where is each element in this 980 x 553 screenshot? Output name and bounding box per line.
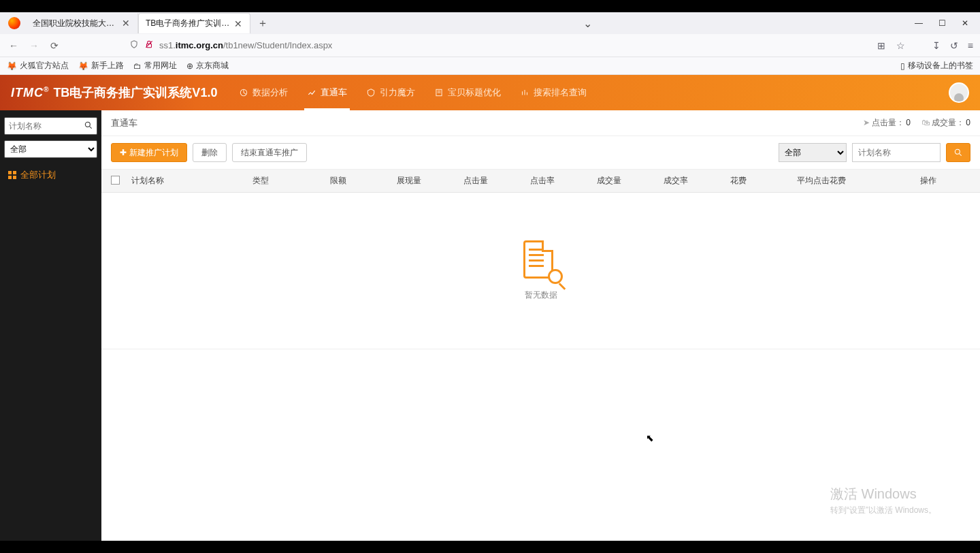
- bookmark-common[interactable]: 🗀常用网址: [133, 60, 177, 72]
- close-window-icon[interactable]: ✕: [961, 18, 969, 28]
- bookmark-jd[interactable]: ⊕京东商城: [186, 60, 229, 72]
- nav-ztc[interactable]: 直通车: [297, 75, 357, 110]
- folder-icon: 🗀: [133, 61, 142, 71]
- chevron-down-icon[interactable]: ⌄: [583, 17, 592, 30]
- empty-text: 暂无数据: [525, 289, 557, 301]
- sidebar: 全部 全部计划: [0, 110, 101, 541]
- close-icon[interactable]: ✕: [233, 19, 243, 29]
- svg-point-4: [85, 122, 90, 127]
- toolbar-search-button[interactable]: [946, 143, 970, 162]
- tab-title: 全国职业院校技能大赛中职组电子商: [33, 18, 118, 29]
- tab-title: TB电子商务推广实训系统V1.0: [146, 18, 231, 29]
- menu-icon[interactable]: ≡: [968, 40, 973, 51]
- bookmarks-bar: 🦊火狐官方站点 🦊新手上路 🗀常用网址 ⊕京东商城 ▯移动设备上的书签: [0, 57, 980, 75]
- star-icon[interactable]: ☆: [896, 40, 905, 51]
- svg-line-7: [960, 154, 962, 156]
- cursor-icon: ➤: [863, 118, 870, 127]
- maximize-icon[interactable]: ☐: [938, 18, 946, 28]
- toolbar-right: 全部: [779, 143, 970, 162]
- app-title: TB电子商务推广实训系统V1.0: [53, 84, 217, 101]
- folder-icon: 🦊: [7, 61, 17, 71]
- url-bar[interactable]: ss1.itmc.org.cn/tb1new/Student/Index.asp…: [129, 40, 332, 51]
- tab-2[interactable]: TB电子商务推广实训系统V1.0 ✕: [138, 13, 250, 33]
- device-icon: ▯: [900, 61, 905, 71]
- th-cost: 花费: [730, 175, 797, 187]
- th-click: 点击量: [463, 175, 530, 187]
- qr-icon[interactable]: ⊞: [877, 40, 885, 51]
- toolbar-right-icons: ↧ ↺ ≡: [932, 40, 973, 51]
- th-dealr: 成交率: [664, 175, 730, 187]
- th-op: 操作: [885, 175, 970, 187]
- close-icon[interactable]: ✕: [121, 18, 131, 28]
- url-bar-row: ← → ⟳ ss1.itmc.org.cn/tb1new/Student/Ind…: [0, 34, 980, 57]
- breadcrumb: 直通车: [111, 117, 137, 129]
- th-type: 类型: [252, 175, 330, 187]
- shield-icon[interactable]: [129, 40, 139, 51]
- svg-point-6: [955, 149, 960, 154]
- window-controls: — ☐ ✕: [915, 18, 977, 28]
- account-icon[interactable]: ↺: [950, 40, 958, 51]
- th-ctr: 点击率: [530, 175, 597, 187]
- plus-icon: ✚: [120, 148, 127, 157]
- browser-chrome: 全国职业院校技能大赛中职组电子商 ✕ TB电子商务推广实训系统V1.0 ✕ ＋ …: [0, 12, 980, 75]
- crumb-stats: ➤ 点击量：0 🛍 成交量：0: [863, 117, 970, 129]
- lock-warning-icon[interactable]: [144, 40, 154, 51]
- window-bottombar: [0, 541, 980, 553]
- tab-strip: 全国职业院校技能大赛中职组电子商 ✕ TB电子商务推广实训系统V1.0 ✕ ＋ …: [0, 12, 980, 34]
- th-name: 计划名称: [131, 175, 252, 187]
- top-nav: 数据分析 直通车 引力魔方 宝贝标题优化 搜索排名查询: [229, 75, 596, 110]
- svg-line-5: [90, 127, 92, 129]
- nav-data-analysis[interactable]: 数据分析: [229, 75, 297, 110]
- bookmark-firefox[interactable]: 🦊火狐官方站点: [7, 60, 69, 72]
- toolbar-filter-select[interactable]: 全部: [779, 143, 847, 162]
- empty-state: 暂无数据: [101, 193, 980, 349]
- content-area: 全部 全部计划 直通车 ➤ 点击量：0 🛍 成交量：0 ✚: [0, 110, 980, 541]
- bag-icon: 🛍: [921, 118, 930, 127]
- main-panel: 直通车 ➤ 点击量：0 🛍 成交量：0 ✚ 新建推广计划 删除 结束直通车推广: [101, 110, 980, 541]
- extension-icon[interactable]: ↧: [932, 40, 941, 51]
- toolbar-search-input[interactable]: [852, 143, 941, 162]
- th-avg: 平均点击花费: [797, 175, 885, 187]
- table-header: 计划名称 类型 限额 展现量 点击量 点击率 成交量 成交率 花费 平均点击花费…: [101, 170, 980, 193]
- toolbar: ✚ 新建推广计划 删除 结束直通车推广 全部: [101, 136, 980, 170]
- url-text: ss1.itmc.org.cn/tb1new/Student/Index.asp…: [159, 40, 332, 50]
- new-tab-button[interactable]: ＋: [253, 14, 272, 33]
- sidebar-item-label: 全部计划: [20, 169, 56, 181]
- bookmark-mobile[interactable]: ▯移动设备上的书签: [900, 60, 973, 72]
- mouse-cursor-icon: ⬉: [646, 432, 654, 443]
- folder-icon: 🦊: [78, 61, 88, 71]
- bookmark-newbie[interactable]: 🦊新手上路: [78, 60, 124, 72]
- stat-clicks: ➤ 点击量：0: [863, 117, 911, 129]
- th-show: 展现量: [397, 175, 463, 187]
- empty-doc-icon: [519, 240, 563, 284]
- window-titlebar: [0, 0, 980, 12]
- sidebar-filter-select[interactable]: 全部: [4, 140, 97, 158]
- reload-icon[interactable]: ⟳: [48, 40, 61, 51]
- nav-title-opt[interactable]: 宝贝标题优化: [425, 75, 510, 110]
- tab-1[interactable]: 全国职业院校技能大赛中职组电子商 ✕: [26, 13, 138, 33]
- stat-deals: 🛍 成交量：0: [921, 117, 970, 129]
- th-checkbox[interactable]: [111, 176, 131, 187]
- firefox-logo-icon: [8, 17, 20, 29]
- windows-watermark: 激活 Windows 转到“设置”以激活 Windows。: [830, 485, 936, 516]
- back-icon[interactable]: ←: [7, 40, 20, 51]
- search-icon[interactable]: [84, 121, 93, 132]
- minimize-icon[interactable]: —: [915, 18, 923, 28]
- grid-icon: [8, 171, 16, 179]
- app-logo: ITMC®: [11, 86, 49, 100]
- avatar[interactable]: [949, 82, 969, 103]
- th-limit: 限额: [330, 175, 397, 187]
- th-deal: 成交量: [597, 175, 664, 187]
- delete-button[interactable]: 删除: [193, 143, 227, 162]
- new-plan-button[interactable]: ✚ 新建推广计划: [111, 143, 187, 162]
- breadcrumb-row: 直通车 ➤ 点击量：0 🛍 成交量：0: [101, 110, 980, 136]
- nav-ylmf[interactable]: 引力魔方: [357, 75, 425, 110]
- end-button[interactable]: 结束直通车推广: [232, 143, 307, 162]
- globe-icon: ⊕: [186, 61, 193, 71]
- sidebar-search: [4, 117, 97, 135]
- forward-icon[interactable]: →: [27, 40, 41, 51]
- nav-search-rank[interactable]: 搜索排名查询: [510, 75, 596, 110]
- urlbar-right-icons: ⊞ ☆: [877, 40, 905, 51]
- sidebar-item-all-plans[interactable]: 全部计划: [4, 162, 97, 188]
- blank-area: ⬉ 激活 Windows 转到“设置”以激活 Windows。: [101, 349, 980, 541]
